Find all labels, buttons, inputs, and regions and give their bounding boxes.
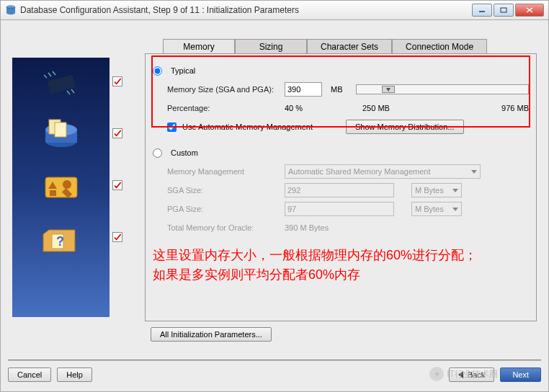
svg-line-10 xyxy=(71,89,74,93)
annotation-line2: 如果是多实例则平均分配者60%内存 xyxy=(153,265,529,285)
custom-radio[interactable] xyxy=(153,148,162,158)
tab-bar: Memory Sizing Character Sets Connection … xyxy=(163,39,487,55)
content-panel: Typical Memory Size (SGA and PGA): MB Pe… xyxy=(145,53,537,321)
slider-max-label: 976 MB xyxy=(501,104,529,112)
sidebar: ? xyxy=(12,58,110,317)
database-files-icon xyxy=(36,114,86,157)
sga-label: SGA Size: xyxy=(167,186,279,195)
memory-size-unit: MB xyxy=(331,85,343,94)
svg-line-11 xyxy=(67,91,70,94)
auto-memory-label: Use Automatic Memory Management xyxy=(182,122,313,131)
svg-rect-16 xyxy=(55,122,66,137)
pga-unit-value: M Bytes xyxy=(415,205,444,213)
tab-memory[interactable]: Memory xyxy=(163,39,235,55)
chevron-down-icon xyxy=(452,208,458,211)
pga-input xyxy=(285,202,394,216)
next-button[interactable]: Next xyxy=(500,368,541,382)
svg-line-8 xyxy=(48,73,51,76)
svg-line-9 xyxy=(53,71,55,75)
tab-character-sets[interactable]: Character Sets xyxy=(307,39,392,55)
sga-input xyxy=(285,183,394,197)
svg-rect-6 xyxy=(47,75,75,94)
slider-min-label: 250 MB xyxy=(362,104,390,112)
memory-slider[interactable] xyxy=(356,84,530,94)
cancel-button[interactable]: Cancel xyxy=(8,368,51,382)
close-button[interactable] xyxy=(515,4,544,17)
window-controls xyxy=(472,4,544,17)
svg-text:?: ? xyxy=(56,234,64,249)
chevron-down-icon xyxy=(452,189,458,192)
total-value: 390 M Bytes xyxy=(285,223,329,232)
step-checkbox xyxy=(112,232,122,242)
pga-unit-select: M Bytes xyxy=(411,202,462,216)
sga-unit-value: M Bytes xyxy=(415,186,444,195)
maximize-button[interactable] xyxy=(494,4,514,17)
percentage-label: Percentage: xyxy=(167,104,279,112)
window-title: Database Configuration Assistant, Step 9… xyxy=(20,5,472,15)
all-init-params-button[interactable]: All Initialization Parameters... xyxy=(151,327,272,342)
folder-files-icon: ? xyxy=(36,221,86,257)
typical-radio[interactable] xyxy=(153,66,162,76)
svg-rect-20 xyxy=(50,190,56,196)
footer: Cancel Help Back Next xyxy=(8,360,541,384)
arrow-left-icon xyxy=(458,371,463,378)
step-checkbox xyxy=(112,76,122,86)
total-label: Total Memory for Oracle: xyxy=(167,223,279,232)
title-bar: Database Configuration Assistant, Step 9… xyxy=(0,0,549,20)
typical-label: Typical xyxy=(171,66,195,75)
annotation-text: 这里设置内存大小，一般根据物理内存的60%进行分配； 如果是多实例则平均分配者6… xyxy=(153,246,529,285)
percentage-value: 40 % xyxy=(285,104,322,112)
svg-line-7 xyxy=(44,75,47,78)
chip-icon xyxy=(40,69,83,98)
mgmt-select-value: Automatic Shared Memory Management xyxy=(288,167,430,176)
shapes-icon xyxy=(40,173,83,202)
memory-size-label: Memory Size (SGA and PGA): xyxy=(167,85,279,94)
help-button[interactable]: Help xyxy=(57,368,92,382)
app-icon xyxy=(5,4,17,16)
step-checkbox xyxy=(112,128,122,138)
slider-thumb[interactable] xyxy=(382,86,395,93)
sga-unit-select: M Bytes xyxy=(411,183,462,197)
step-checkbox xyxy=(112,180,122,190)
pga-label: PGA Size: xyxy=(167,205,279,213)
minimize-button[interactable] xyxy=(472,4,492,17)
annotation-line1: 这里设置内存大小，一般根据物理内存的60%进行分配； xyxy=(153,246,529,265)
auto-memory-checkbox[interactable] xyxy=(167,122,177,132)
back-button[interactable]: Back xyxy=(449,368,494,382)
custom-label: Custom xyxy=(171,148,198,157)
memory-size-input[interactable] xyxy=(285,82,322,97)
show-distribution-button[interactable]: Show Memory Distribution... xyxy=(346,120,464,134)
mgmt-label: Memory Management xyxy=(167,167,279,176)
tab-connection-mode[interactable]: Connection Mode xyxy=(392,39,487,55)
chevron-down-icon xyxy=(471,170,477,174)
svg-point-19 xyxy=(63,180,71,189)
tab-sizing[interactable]: Sizing xyxy=(235,39,307,55)
svg-rect-3 xyxy=(501,8,506,12)
mgmt-select: Automatic Shared Memory Management xyxy=(285,164,481,179)
